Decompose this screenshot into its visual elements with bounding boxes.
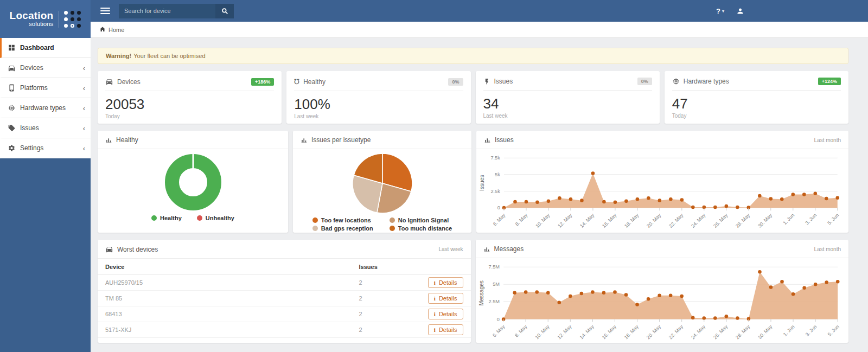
chevron-left-icon: ‹ (83, 85, 85, 92)
sidebar-item-label: Hardware types (20, 104, 66, 112)
info-icon: i (434, 279, 436, 286)
issues-cell: 2 (352, 322, 411, 338)
charts-row: Healthy HealthyUnhealthy Issues per issu… (98, 131, 848, 233)
app-root: Location solutions ? ▾ (0, 0, 868, 352)
sidebar-item-label: Platforms (20, 84, 48, 92)
details-button[interactable]: iDetails (428, 277, 463, 288)
sidebar-item-platforms[interactable]: Platforms ‹ (0, 78, 91, 98)
details-button[interactable]: iDetails (428, 309, 463, 319)
breadcrumb-home[interactable]: Home (108, 27, 124, 33)
tag-icon (8, 124, 16, 132)
chip-icon (672, 78, 680, 85)
action-cell: iDetails (411, 291, 471, 306)
issues-per-issuetype-card: Issues per issuetype Too few locationsNo… (293, 131, 471, 233)
dot-icon (71, 24, 74, 28)
search-button[interactable] (215, 4, 234, 18)
legend-item[interactable]: Unhealthy (197, 215, 234, 221)
legend-swatch-icon (151, 215, 157, 221)
sidebar-item-settings[interactable]: Settings ‹ (0, 138, 91, 158)
stat-title: Issues (494, 78, 513, 85)
table-row: AUH25970/152iDetails (98, 275, 471, 291)
tablet-icon (8, 84, 16, 92)
legend-item[interactable]: Too much distance (390, 225, 452, 232)
dot-icon (64, 11, 68, 15)
sidebar-item-label: Dashboard (20, 44, 54, 52)
user-menu[interactable] (736, 7, 744, 15)
svg-text:30. May: 30. May (757, 324, 774, 341)
search-input[interactable] (119, 4, 215, 18)
dot-icon (71, 17, 74, 21)
dot-icon (71, 11, 74, 15)
brand-logo[interactable]: Location solutions (0, 0, 91, 38)
sidebar-item-issues[interactable]: Issues ‹ (0, 118, 91, 138)
legend-item[interactable]: Bad gps reception (312, 225, 373, 232)
sidebar: Dashboard Devices ‹ Platforms ‹ Hardware… (0, 38, 91, 352)
stat-card-hardware-types: Hardware types +124% 47 Today (665, 71, 848, 124)
sidebar-item-label: Settings (20, 144, 43, 152)
bar-chart-icon (301, 137, 308, 144)
trend-badge: +124% (818, 78, 841, 85)
svg-text:0: 0 (496, 317, 499, 322)
stat-card-healthy: ℧ Healthy 0% 100% Last week (286, 71, 470, 124)
details-label: Details (439, 327, 457, 333)
topbar-right: ? ▾ (716, 7, 744, 15)
car-icon (105, 78, 113, 86)
issues-trend-card: Issues Last month 02.5k5k7.5k6. May8. Ma… (476, 131, 848, 233)
help-menu[interactable]: ? ▾ (716, 7, 724, 15)
dot-icon (77, 24, 81, 28)
details-button[interactable]: iDetails (428, 324, 463, 335)
svg-text:28. May: 28. May (735, 324, 751, 341)
main-content: Warning!Your fleet can be optimised Devi… (91, 38, 868, 352)
period-label: Last week (438, 246, 463, 252)
svg-text:Messages: Messages (478, 280, 484, 306)
dot-icon (64, 17, 68, 21)
messages-area-chart: 02.5M5M7.5M6. May8. May10. May12. May14.… (478, 261, 845, 345)
car-icon (8, 64, 16, 72)
worst-devices-card: Worst devices Last week Device Issues AU… (98, 240, 471, 343)
stat-card-issues: Issues 0% 34 Last week (476, 71, 660, 124)
svg-text:16. May: 16. May (601, 324, 617, 341)
stat-title: Healthy (303, 78, 326, 86)
legend-label: Bad gps reception (321, 225, 373, 232)
info-icon: i (434, 327, 436, 333)
topbar: ? ▾ (91, 0, 868, 22)
svg-text:24. May: 24. May (690, 212, 706, 228)
device-cell: TM 85 (98, 291, 352, 306)
trend-badge: 0% (637, 78, 652, 85)
dot-icon (77, 17, 81, 21)
svg-text:16. May: 16. May (601, 212, 617, 228)
svg-text:7.5k: 7.5k (490, 155, 500, 161)
stat-value: 20053 (105, 96, 274, 113)
legend-item[interactable]: Too few locations (312, 217, 373, 223)
legend-item[interactable]: No Ignition Signal (390, 217, 452, 223)
issues-area-chart: 02.5k5k7.5k6. May8. May10. May12. May14.… (478, 152, 844, 233)
column-header-actions (411, 259, 471, 275)
svg-text:0: 0 (497, 205, 500, 210)
action-cell: iDetails (411, 322, 471, 338)
svg-text:7.5M: 7.5M (488, 264, 499, 270)
card-title: Healthy (116, 136, 138, 144)
svg-text:22. May: 22. May (667, 324, 684, 341)
legend-item[interactable]: Healthy (151, 215, 182, 221)
hamburger-menu-icon[interactable] (100, 8, 110, 14)
svg-text:14. May: 14. May (578, 324, 595, 341)
device-cell: AUH25970/15 (98, 275, 352, 291)
chevron-left-icon: ‹ (83, 105, 85, 112)
bar-chart-icon (483, 246, 490, 253)
brand-dot-grid-icon (59, 11, 81, 28)
details-button[interactable]: iDetails (428, 293, 463, 304)
svg-text:5k: 5k (495, 172, 500, 177)
svg-text:12. May: 12. May (557, 212, 573, 228)
trend-badge: 0% (448, 78, 463, 86)
sidebar-item-dashboard[interactable]: Dashboard (0, 38, 91, 58)
column-header-device: Device (98, 259, 352, 275)
svg-text:1. Jun: 1. Jun (782, 213, 795, 226)
sidebar-item-devices[interactable]: Devices ‹ (0, 58, 91, 78)
svg-text:14. May: 14. May (579, 212, 595, 228)
svg-text:Issues: Issues (479, 175, 485, 191)
sidebar-item-hardware-types[interactable]: Hardware types ‹ (0, 98, 91, 118)
legend-swatch-icon (390, 226, 395, 231)
svg-text:18. May: 18. May (623, 324, 640, 341)
stat-subtitle: Today (105, 113, 274, 119)
svg-text:5M: 5M (493, 281, 500, 287)
